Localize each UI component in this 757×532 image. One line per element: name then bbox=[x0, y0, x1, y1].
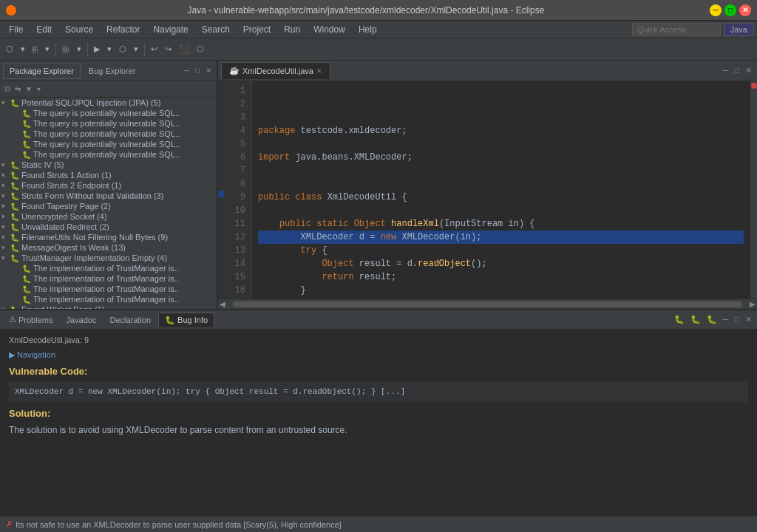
editor-tab-close[interactable]: ✕ bbox=[316, 67, 322, 75]
tab-declaration[interactable]: Declaration bbox=[103, 313, 157, 327]
bottom-minimize[interactable]: ─ bbox=[721, 314, 731, 325]
left-panel-maximize[interactable]: □ bbox=[193, 66, 202, 75]
bottom-panel: ⚠ Problems Javadoc Declaration 🐛 Bug Inf… bbox=[0, 309, 757, 516]
toolbar-separator-2 bbox=[87, 43, 88, 56]
left-panel-close[interactable]: ✕ bbox=[203, 66, 214, 75]
problems-icon: ⚠ bbox=[9, 315, 16, 324]
vulnerable-code-title: Vulnerable Code: bbox=[9, 366, 748, 377]
toolbar-btn-2[interactable]: ▾ bbox=[18, 43, 28, 55]
eclipse-icon bbox=[6, 5, 16, 16]
minimize-button[interactable]: ─ bbox=[710, 4, 722, 16]
tree-item[interactable]: ▾ 🐛 MessageDigest Is Weak (13) bbox=[0, 242, 217, 253]
tab-javadoc[interactable]: Javadoc bbox=[60, 313, 102, 327]
bottom-maximize[interactable]: □ bbox=[732, 314, 741, 325]
menu-project[interactable]: Project bbox=[237, 23, 276, 36]
tree-item[interactable]: 🐛 The implementation of TrustManager is.… bbox=[0, 284, 217, 294]
tab-problems[interactable]: ⚠ Problems bbox=[3, 313, 58, 327]
menu-search[interactable]: Search bbox=[196, 23, 236, 36]
toolbar-btn-1[interactable]: ⬡ bbox=[3, 43, 16, 55]
status-bar: ✗ Its not safe to use an XMLDecoder to p… bbox=[0, 516, 757, 532]
menu-refactor[interactable]: Refactor bbox=[101, 23, 146, 36]
solution-text: The solution is to avoid using XMLDecode… bbox=[9, 423, 748, 437]
scroll-right-arrow[interactable]: ▶ bbox=[748, 299, 757, 309]
status-error-icon: ✗ bbox=[6, 519, 13, 529]
toolbar-btn-6[interactable]: ▾ bbox=[74, 43, 84, 55]
code-horizontal-scrollbar[interactable]: ◀ ▶ bbox=[218, 299, 757, 309]
tab-bug-info[interactable]: 🐛 Bug Info bbox=[158, 313, 214, 327]
toolbar-btn-14[interactable]: ⬡ bbox=[194, 43, 207, 55]
scroll-thumb[interactable] bbox=[233, 301, 742, 307]
tree-item[interactable]: ▾ 🐛 TrustManager Implementation Empty (4… bbox=[0, 253, 217, 263]
left-panel-tabs: Package Explorer Bug Explorer ─ □ ✕ bbox=[0, 61, 217, 81]
menu-run[interactable]: Run bbox=[278, 23, 306, 36]
navigation-header[interactable]: ▶ Navigation bbox=[9, 350, 748, 360]
toolbar-btn-13[interactable]: ⬛ bbox=[176, 43, 192, 55]
bottom-close[interactable]: ✕ bbox=[743, 314, 754, 325]
menu-bar: File Edit Source Refactor Navigate Searc… bbox=[0, 21, 757, 38]
menu-help[interactable]: Help bbox=[353, 23, 383, 36]
editor-maximize[interactable]: □ bbox=[732, 65, 741, 76]
maximize-button[interactable]: □ bbox=[724, 4, 736, 16]
toolbar-btn-3[interactable]: ⎘ bbox=[30, 44, 41, 55]
tab-xmldecodeutil[interactable]: ☕ XmlDecodeUtil.java ✕ bbox=[221, 62, 330, 79]
toolbar-btn-7[interactable]: ▶ bbox=[91, 43, 103, 55]
java-perspective-button[interactable]: Java bbox=[724, 23, 754, 36]
scroll-left-arrow[interactable]: ◀ bbox=[218, 299, 227, 309]
editor-tabs: ☕ XmlDecodeUtil.java ✕ ─ □ ✕ bbox=[218, 61, 757, 81]
toolbar-btn-9[interactable]: ⬡ bbox=[116, 43, 129, 55]
tree-container[interactable]: ▾ 🐛 Potential SQL/JPQL Injection (JPA) (… bbox=[0, 98, 217, 309]
quick-access-input[interactable] bbox=[632, 23, 721, 36]
view-menu-button[interactable]: ▾ bbox=[35, 84, 42, 94]
tree-item[interactable]: 🐛 The implementation of TrustManager is.… bbox=[0, 294, 217, 304]
tree-item[interactable]: 🐛 The query is potentially vulnerable SQ… bbox=[0, 139, 217, 149]
line-numbers: 123456789101112131415161718 bbox=[224, 81, 252, 299]
toolbar-btn-12[interactable]: ↪ bbox=[162, 43, 174, 55]
tree-item[interactable]: ▾ 🐛 Potential SQL/JPQL Injection (JPA) (… bbox=[0, 98, 217, 108]
menu-edit[interactable]: Edit bbox=[30, 23, 58, 36]
tree-item[interactable]: 🐛 The query is potentially vulnerable SQ… bbox=[0, 149, 217, 160]
tree-item[interactable]: ▾ 🐛 Static IV (5) bbox=[0, 160, 217, 170]
link-editor-button[interactable]: ⇆ bbox=[13, 84, 22, 94]
tree-item[interactable]: ▾ 🐛 FilenameUtils Not Filtering Null Byt… bbox=[0, 232, 217, 242]
left-gutter bbox=[218, 81, 224, 299]
toolbar-btn-11[interactable]: ↩ bbox=[148, 43, 160, 55]
bug-info-icon: 🐛 bbox=[165, 316, 175, 325]
tree-item[interactable]: ▾ 🐛 Unvalidated Redirect (2) bbox=[0, 222, 217, 232]
menu-source[interactable]: Source bbox=[59, 23, 99, 36]
bug-action-3[interactable]: 🐛 bbox=[705, 314, 719, 325]
editor-close[interactable]: ✕ bbox=[743, 65, 754, 76]
bug-action-2[interactable]: 🐛 bbox=[688, 314, 703, 325]
tree-item[interactable]: 🐛 The query is potentially vulnerable SQ… bbox=[0, 129, 217, 139]
right-mini-map bbox=[750, 81, 757, 299]
tree-item[interactable]: ▾ 🐛 Found Struts 1 Action (1) bbox=[0, 170, 217, 180]
tab-package-explorer[interactable]: Package Explorer bbox=[3, 63, 81, 79]
code-content[interactable]: package testcode.xmldecoder; import java… bbox=[252, 81, 750, 299]
close-button[interactable]: ✕ bbox=[739, 4, 751, 16]
tree-item[interactable]: 🐛 The implementation of TrustManager is.… bbox=[0, 273, 217, 284]
tree-item[interactable]: ▾ 🐛 Struts Form Without Input Validation… bbox=[0, 191, 217, 201]
tree-item[interactable]: ▾ 🐛 Unencrypted Socket (4) bbox=[0, 211, 217, 222]
menu-window[interactable]: Window bbox=[308, 23, 351, 36]
bug-action-1[interactable]: 🐛 bbox=[672, 314, 687, 325]
tree-item[interactable]: ▾ 🐛 Found Struts 2 Endpoint (1) bbox=[0, 180, 217, 191]
toolbar-btn-4[interactable]: ▾ bbox=[42, 43, 52, 55]
toolbar-btn-8[interactable]: ▾ bbox=[104, 43, 115, 55]
left-panel-minimize[interactable]: ─ bbox=[182, 66, 191, 75]
tab-bug-explorer[interactable]: Bug Explorer bbox=[82, 63, 143, 79]
toolbar-btn-10[interactable]: ▾ bbox=[131, 43, 141, 55]
toolbar: ⬡ ▾ ⎘ ▾ ◎ ▾ ▶ ▾ ⬡ ▾ ↩ ↪ ⬛ ⬡ bbox=[0, 38, 757, 61]
tree-item[interactable]: 🐛 The query is potentially vulnerable SQ… bbox=[0, 108, 217, 118]
filter-button[interactable]: ▼ bbox=[24, 84, 34, 94]
toolbar-btn-5[interactable]: ◎ bbox=[59, 43, 72, 55]
toolbar-separator-3 bbox=[144, 43, 145, 56]
editor-panel: ☕ XmlDecodeUtil.java ✕ ─ □ ✕ 12345678910… bbox=[218, 61, 757, 309]
editor-minimize[interactable]: ─ bbox=[721, 65, 731, 76]
tree-item[interactable]: ▾ 🐛 Found Tapestry Page (2) bbox=[0, 201, 217, 211]
menu-file[interactable]: File bbox=[3, 23, 29, 36]
tree-toolbar: ⊟ ⇆ ▼ ▾ bbox=[0, 81, 217, 98]
left-panel-controls: ─ □ ✕ bbox=[182, 66, 214, 75]
menu-navigate[interactable]: Navigate bbox=[147, 23, 194, 36]
tree-item[interactable]: 🐛 The implementation of TrustManager is.… bbox=[0, 263, 217, 273]
tree-item[interactable]: 🐛 The query is potentially vulnerable SQ… bbox=[0, 118, 217, 129]
collapse-all-button[interactable]: ⊟ bbox=[3, 84, 12, 94]
